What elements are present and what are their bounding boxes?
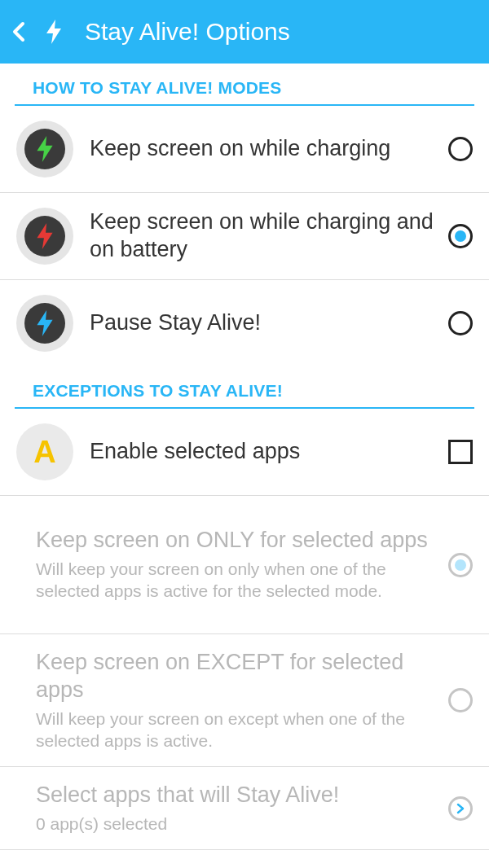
mode-pause-title: Pause Stay Alive!	[90, 309, 437, 337]
mode-icon-wrapper	[16, 121, 73, 178]
except-selected-apps-title: Keep screen on EXCEPT for selected apps	[36, 649, 437, 704]
row-text: Keep screen on EXCEPT for selected apps …	[36, 649, 437, 752]
row-text: Keep screen on ONLY for selected apps Wi…	[36, 527, 437, 602]
mode-charging-radio[interactable]	[448, 137, 473, 161]
mode-icon-wrapper	[16, 295, 73, 352]
except-selected-apps-radio[interactable]	[448, 688, 473, 712]
mode-charging-battery-radio[interactable]	[448, 224, 473, 248]
only-selected-apps-title: Keep screen on ONLY for selected apps	[36, 527, 437, 555]
svg-marker-1	[37, 136, 52, 162]
select-apps-subtitle: 0 app(s) selected	[36, 813, 437, 835]
content: HOW TO STAY ALIVE! MODES Keep screen on …	[0, 64, 489, 850]
letter-a-icon: A	[33, 435, 55, 470]
mode-icon-wrapper	[16, 208, 73, 265]
enable-selected-apps-title: Enable selected apps	[90, 438, 437, 466]
row-text: Keep screen on while charging	[90, 135, 437, 163]
mode-charging-battery-title: Keep screen on while charging and on bat…	[90, 208, 437, 264]
svg-marker-0	[46, 20, 61, 44]
svg-marker-3	[37, 310, 52, 336]
back-button[interactable]	[10, 22, 29, 42]
except-selected-apps[interactable]: Keep screen on EXCEPT for selected apps …	[0, 634, 489, 767]
row-text: Enable selected apps	[90, 438, 437, 466]
bolt-green-icon	[24, 129, 65, 169]
bolt-red-icon	[24, 216, 65, 256]
enable-selected-apps[interactable]: A Enable selected apps	[0, 409, 489, 496]
select-apps[interactable]: Select apps that will Stay Alive! 0 app(…	[0, 767, 489, 850]
app-header: Stay Alive! Options	[0, 0, 489, 64]
mode-charging-battery[interactable]: Keep screen on while charging and on bat…	[0, 193, 489, 280]
enable-selected-apps-checkbox[interactable]	[448, 440, 473, 464]
bolt-blue-icon	[24, 303, 65, 344]
row-text: Select apps that will Stay Alive! 0 app(…	[36, 782, 437, 835]
row-text: Pause Stay Alive!	[90, 309, 437, 337]
mode-charging-title: Keep screen on while charging	[90, 135, 437, 163]
enable-icon-wrapper: A	[16, 423, 73, 480]
back-chevron-icon	[11, 20, 28, 43]
mode-pause[interactable]: Pause Stay Alive!	[0, 280, 489, 366]
chevron-right-icon	[455, 803, 466, 814]
only-selected-apps-subtitle: Will keep your screen on only when one o…	[36, 558, 437, 603]
section-header-exceptions: EXCEPTIONS TO STAY ALIVE!	[15, 366, 474, 409]
page-title: Stay Alive! Options	[85, 18, 290, 46]
only-selected-apps-radio[interactable]	[448, 553, 473, 577]
mode-pause-radio[interactable]	[448, 311, 473, 335]
row-text: Keep screen on while charging and on bat…	[90, 208, 437, 264]
section-header-modes: HOW TO STAY ALIVE! MODES	[15, 64, 474, 106]
only-selected-apps[interactable]: Keep screen on ONLY for selected apps Wi…	[0, 496, 489, 634]
mode-charging[interactable]: Keep screen on while charging	[0, 106, 489, 193]
except-selected-apps-subtitle: Will keep your screen on except when one…	[36, 708, 437, 752]
select-apps-title: Select apps that will Stay Alive!	[36, 782, 437, 809]
select-apps-chevron[interactable]	[448, 796, 473, 821]
svg-marker-2	[37, 223, 52, 249]
app-bolt-icon	[46, 20, 62, 43]
